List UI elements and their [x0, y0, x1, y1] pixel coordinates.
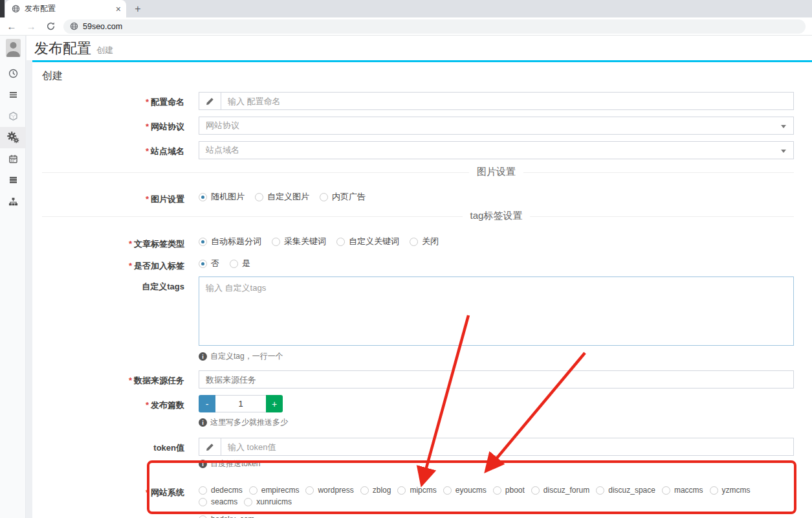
sidebar-item-list[interactable] [0, 170, 26, 191]
radio-option[interactable]: 否 [199, 258, 219, 269]
token-input[interactable] [221, 438, 793, 455]
radio-option[interactable]: 是 [230, 258, 250, 269]
field-label: 站点域名 [151, 146, 184, 156]
radio-icon [397, 486, 406, 495]
radio-icon [336, 238, 345, 246]
stepper-decrement-button[interactable]: - [199, 395, 215, 412]
publish-count-stepper: - 1 + [199, 395, 283, 412]
radio-option[interactable]: discuz_forum [531, 484, 589, 496]
site-domain-select[interactable]: 站点域名 [199, 141, 794, 159]
sidebar-item-calendar[interactable] [0, 148, 26, 170]
content-panel: 创建 *配置命名 *网站协议 网站协议 *站点域名 站点域名 图片设置 *图片设… [32, 60, 812, 518]
radio-label: 内页广告 [332, 191, 366, 203]
field-label: token值 [153, 443, 184, 453]
field-label: 图片设置 [151, 194, 184, 204]
field-label: 是否加入标签 [134, 261, 184, 271]
clock-icon [8, 68, 19, 79]
radio-option[interactable]: xunruicms [244, 496, 292, 508]
radio-option[interactable]: pboot [493, 484, 525, 496]
omnibox[interactable]: 59seo.com [63, 19, 806, 34]
site-globe-icon [70, 22, 78, 30]
radio-option[interactable]: zblog [360, 484, 391, 496]
radio-option[interactable]: yzmcms [710, 484, 751, 496]
forward-button[interactable]: → [23, 19, 39, 34]
hexagon-icon [8, 111, 19, 122]
hint-text: 自定义tag，一行一个 [210, 351, 283, 362]
radio-label: 采集关键词 [284, 236, 326, 247]
sitemap-icon [8, 196, 19, 207]
radio-icon [662, 486, 670, 495]
back-button[interactable]: ← [4, 19, 19, 34]
tab-close-icon[interactable]: × [116, 5, 121, 14]
new-tab-button[interactable]: + [131, 3, 144, 16]
stepper-increment-button[interactable]: + [266, 395, 283, 412]
custom-tags-hint-row: i自定义tag，一行一个 [32, 351, 794, 362]
radio-option[interactable]: dedecms [199, 484, 243, 496]
radio-option[interactable]: 内页广告 [320, 191, 366, 203]
radio-option[interactable]: 关闭 [410, 236, 439, 247]
sidebar-item-hexagon[interactable] [0, 106, 26, 127]
info-icon: i [199, 352, 207, 361]
radio-label: zblog [373, 484, 391, 496]
page-subtitle: 创建 [96, 45, 113, 55]
radio-label: 否 [211, 258, 219, 269]
publish-count-hint-row: i这里写多少就推送多少 [32, 417, 794, 428]
browser-tab[interactable]: 发布配置 × [5, 0, 126, 17]
radio-label: dedecms [211, 484, 243, 496]
reload-icon [46, 21, 56, 31]
radio-option[interactable]: eyoucms [443, 484, 487, 496]
form-row-token: token值 [32, 438, 794, 456]
radio-option[interactable]: 自定义图片 [255, 191, 309, 203]
sidebar-item-sitemap[interactable] [0, 191, 26, 212]
browser-tab-strip: 发布配置 × + [0, 0, 812, 17]
form-row-custom-tags: 自定义tags [32, 276, 794, 348]
info-icon: i [199, 418, 207, 427]
radio-icon [199, 515, 207, 518]
form-row-image-setting: *图片设置 随机图片自定义图片内页广告 [32, 189, 794, 205]
reload-button[interactable] [43, 19, 58, 34]
radio-label: wordpress [318, 484, 353, 496]
radio-option[interactable]: discuz_space [596, 484, 655, 496]
pencil-icon [206, 443, 214, 451]
menu-icon [8, 89, 19, 100]
radio-icon [320, 193, 328, 201]
form-row-website-system: *网站系统 dedecmsempirecmswordpresszblogmipc… [32, 482, 794, 518]
image-setting-radio-group: 随机图片自定义图片内页广告 [199, 189, 794, 203]
radio-icon [255, 193, 263, 201]
radio-option[interactable]: 自定义关键词 [336, 236, 399, 247]
required-asterisk: * [146, 122, 149, 131]
radio-label: 是 [242, 258, 250, 269]
form-row-add-tag: *是否加入标签 否是 [32, 256, 794, 272]
sidebar-nav [0, 63, 26, 212]
hint-text: 这里写多少就推送多少 [210, 417, 288, 428]
radio-label: xunruicms [256, 496, 292, 508]
website-system-radio-group-row1: dedecmsempirecmswordpresszblogmipcmseyou… [199, 482, 794, 508]
sidebar-item-cogs[interactable] [0, 127, 26, 148]
radio-option[interactable]: hadsky_com [199, 513, 254, 518]
config-name-input[interactable] [221, 93, 793, 109]
radio-option[interactable]: 自动标题分词 [199, 236, 261, 247]
stepper-value[interactable]: 1 [215, 395, 266, 412]
required-asterisk: * [129, 376, 132, 385]
sidebar-item-menu[interactable] [0, 84, 26, 106]
radio-option[interactable]: maccms [662, 484, 703, 496]
radio-option[interactable]: 采集关键词 [272, 236, 326, 247]
radio-option[interactable]: wordpress [305, 484, 353, 496]
radio-option[interactable]: empirecms [249, 484, 300, 496]
radio-option[interactable]: seacms [199, 496, 237, 508]
page-header: 发布配置创建 [27, 36, 812, 60]
add-tag-radio-group: 否是 [199, 256, 794, 269]
data-source-input[interactable] [199, 370, 794, 388]
radio-label: 自动标题分词 [211, 236, 261, 247]
form-row-site-protocol: *网站协议 网站协议 [32, 117, 794, 135]
radio-icon [244, 498, 252, 506]
radio-icon [596, 486, 604, 495]
field-label: 数据来源任务 [134, 376, 184, 385]
site-protocol-select[interactable]: 网站协议 [199, 117, 794, 135]
custom-tags-textarea[interactable] [199, 276, 794, 346]
radio-option[interactable]: mipcms [397, 484, 436, 496]
user-avatar[interactable] [6, 39, 21, 57]
radio-option[interactable]: 随机图片 [199, 191, 245, 203]
sidebar-item-clock[interactable] [0, 63, 26, 84]
select-placeholder: 站点域名 [206, 144, 239, 156]
